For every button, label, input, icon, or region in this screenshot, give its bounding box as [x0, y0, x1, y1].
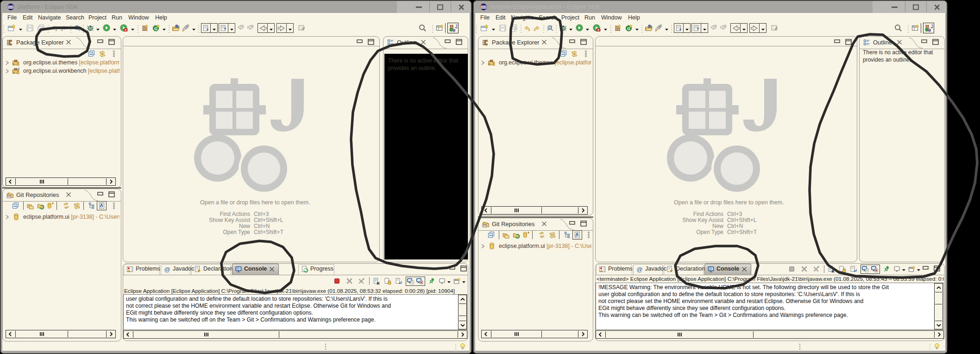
svg-text:@: @ — [164, 266, 170, 273]
svg-text:!: ! — [489, 63, 490, 65]
svg-text:J: J — [455, 24, 458, 29]
svg-text:!: ! — [13, 63, 14, 65]
svg-text:J: J — [18, 67, 19, 70]
svg-text:GIT: GIT — [7, 196, 11, 198]
svg-text:J: J — [931, 24, 933, 29]
svg-text:GIT: GIT — [483, 225, 486, 227]
svg-text:!: ! — [13, 71, 14, 74]
svg-text:@: @ — [636, 266, 642, 273]
